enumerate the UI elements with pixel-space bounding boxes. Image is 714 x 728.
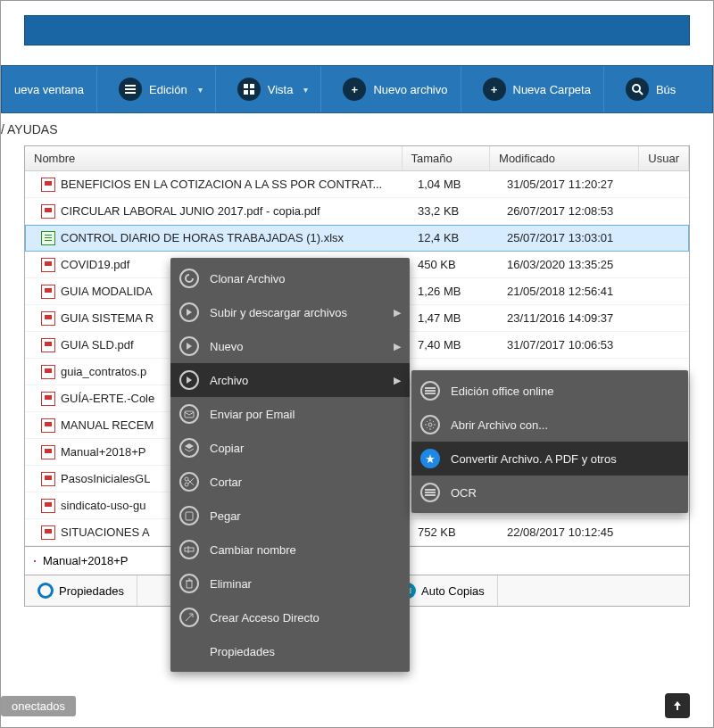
svg-line-8 xyxy=(639,91,643,95)
menu-item-label: Pegar xyxy=(210,509,241,523)
file-name: CONTROL DIARIO DE HORAS TRABAJADAS (1).x… xyxy=(61,231,344,244)
pdf-icon xyxy=(41,499,55,513)
file-size: 1,26 MB xyxy=(409,285,498,298)
svg-rect-2 xyxy=(125,92,136,94)
file-size: 1,04 MB xyxy=(409,178,498,191)
svg-rect-13 xyxy=(185,548,194,551)
new-window-button[interactable]: ueva ventana xyxy=(2,65,97,113)
main-toolbar: ueva ventana Edición ▾ Vista ▾ + Nuevo a… xyxy=(1,65,713,113)
menu-item-label: Subir y descargar archivos xyxy=(210,306,347,319)
edit-label: Edición xyxy=(149,83,187,96)
plus-icon: + xyxy=(343,78,366,101)
file-size: 12,4 KB xyxy=(409,231,498,244)
svg-rect-19 xyxy=(425,489,436,491)
plus-icon: + xyxy=(483,78,506,101)
pdf-icon xyxy=(41,472,55,486)
context-submenu-archivo[interactable]: Edición office onlineAbrir Archivo con..… xyxy=(411,370,688,513)
tab-properties[interactable]: Propiedades xyxy=(25,575,137,606)
pdf-icon xyxy=(41,311,55,326)
menu-item-label: Convertir Archivo. A PDF y otros xyxy=(451,452,617,466)
menu-item-propiedades[interactable]: Propiedades xyxy=(170,634,410,668)
svg-rect-4 xyxy=(250,84,254,88)
chev-icon xyxy=(179,370,199,390)
pdf-icon xyxy=(41,418,55,433)
view-menu-button[interactable]: Vista ▾ xyxy=(225,65,322,113)
menu-item-cortar[interactable]: Cortar xyxy=(170,465,410,499)
pdf-icon xyxy=(41,445,55,459)
table-row[interactable]: CONTROL DIARIO DE HORAS TRABAJADAS (1).x… xyxy=(25,225,689,252)
rename-icon xyxy=(179,540,199,559)
pdf-icon xyxy=(34,560,36,562)
new-folder-label: Nueva Carpeta xyxy=(513,83,591,96)
pdf-icon xyxy=(41,365,55,379)
file-modified: 31/07/2017 10:06:53 xyxy=(498,338,650,352)
window-title-bar xyxy=(24,15,690,46)
file-name: CIRCULAR LABORAL JUNIO 2017.pdf - copia.… xyxy=(61,204,320,218)
header-user[interactable]: Usuar xyxy=(639,146,689,170)
svg-rect-15 xyxy=(425,387,436,389)
upload-button[interactable] xyxy=(665,693,690,718)
menu-item-subir-y-descargar-archivos[interactable]: Subir y descargar archivos▶ xyxy=(170,295,410,329)
menu-item-label: Copiar xyxy=(210,442,244,455)
svg-rect-21 xyxy=(425,494,436,496)
file-name: GUÍA-ERTE.-Cole xyxy=(61,392,154,405)
header-modified[interactable]: Modificado xyxy=(490,146,639,170)
xlsx-icon xyxy=(41,231,55,245)
menu-item-archivo[interactable]: Archivo▶ xyxy=(170,363,410,397)
file-size: 1,47 MB xyxy=(409,311,498,325)
menu-item-label: Propiedades xyxy=(210,645,275,658)
star-icon xyxy=(420,449,440,468)
menu-item-ocr[interactable]: OCR xyxy=(411,476,688,509)
status-connected: onectados xyxy=(1,696,76,716)
pdf-icon xyxy=(41,285,55,299)
menu-item-enviar-por-email[interactable]: Enviar por Email xyxy=(170,397,410,431)
edit-menu-button[interactable]: Edición ▾ xyxy=(106,65,216,113)
new-file-label: Nuevo archivo xyxy=(373,83,447,96)
menu-item-pegar[interactable]: Pegar xyxy=(170,499,410,533)
menu-icon xyxy=(119,78,142,101)
layers-icon xyxy=(179,438,199,458)
grid-icon xyxy=(237,78,261,101)
file-name: GUIA SLD.pdf xyxy=(61,338,134,352)
table-row[interactable]: BENEFICIOS EN LA COTIZACION A LA SS POR … xyxy=(25,171,689,198)
breadcrumb: / AYUDAS xyxy=(1,113,713,145)
trash-icon xyxy=(179,574,199,593)
header-size[interactable]: Tamaño xyxy=(403,146,491,170)
file-modified: 23/11/2016 14:09:37 xyxy=(498,311,650,325)
file-name: GUIA MODALIDA xyxy=(61,285,153,298)
new-file-button[interactable]: + Nuevo archivo xyxy=(330,65,461,113)
lines-icon xyxy=(420,381,440,401)
chevron-down-icon: ▾ xyxy=(303,85,308,95)
table-header-row: Nombre Tamaño Modificado Usuar xyxy=(25,146,689,171)
menu-item-clonar-archivo[interactable]: Clonar Archivo xyxy=(170,261,410,295)
tab-auto-copies-label: Auto Copias xyxy=(421,584,485,598)
menu-item-copiar[interactable]: Copiar xyxy=(170,431,410,465)
file-size: 33,2 KB xyxy=(409,204,498,218)
menu-item-cambiar-nombre[interactable]: Cambiar nombre xyxy=(170,533,410,567)
menu-item-nuevo[interactable]: Nuevo▶ xyxy=(170,329,410,363)
search-button[interactable]: Bús xyxy=(613,65,688,113)
file-modified: 26/07/2017 12:08:53 xyxy=(498,204,650,218)
menu-item-label: OCR xyxy=(451,486,477,500)
header-name[interactable]: Nombre xyxy=(25,146,403,170)
menu-item-edici-n-office-online[interactable]: Edición office online xyxy=(411,374,688,408)
menu-item-crear-acceso-directo[interactable]: Crear Acceso Directo xyxy=(170,600,410,634)
svg-rect-6 xyxy=(250,90,254,95)
svg-rect-5 xyxy=(244,90,248,95)
pdf-icon xyxy=(41,525,55,540)
menu-item-convertir-archivo-a-pdf-y-otros[interactable]: Convertir Archivo. A PDF y otros xyxy=(411,442,688,476)
pdf-icon xyxy=(41,392,55,406)
context-menu[interactable]: Clonar ArchivoSubir y descargar archivos… xyxy=(170,258,410,672)
file-name: Manual+2018+P xyxy=(61,445,145,459)
menu-item-eliminar[interactable]: Eliminar xyxy=(170,567,410,600)
menu-item-abrir-archivo-con[interactable]: Abrir Archivo con... xyxy=(411,408,688,442)
file-modified: 31/05/2017 11:20:27 xyxy=(498,178,650,191)
chevron-right-icon: ▶ xyxy=(394,341,401,352)
svg-point-10 xyxy=(185,477,188,481)
shortcut-icon xyxy=(179,608,199,627)
search-label: Bús xyxy=(656,83,676,96)
new-folder-button[interactable]: + Nueva Carpeta xyxy=(470,65,604,113)
table-row[interactable]: CIRCULAR LABORAL JUNIO 2017.pdf - copia.… xyxy=(25,198,689,225)
file-modified: 16/03/2020 13:35:25 xyxy=(498,258,650,271)
info-icon xyxy=(37,583,54,599)
